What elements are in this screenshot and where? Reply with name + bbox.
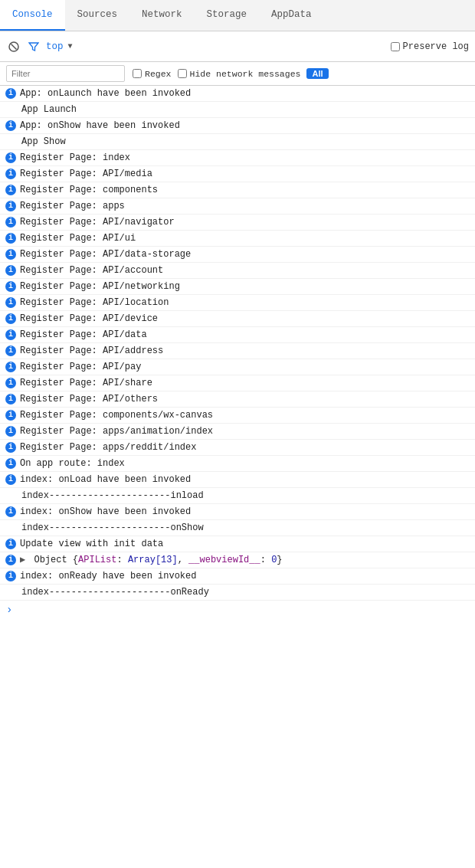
log-text: Register Page: API/others [20, 392, 158, 406]
log-text: index----------------------onShow [21, 521, 204, 535]
log-entry: iRegister Page: apps/animation/index [0, 424, 475, 440]
log-text: Register Page: components [20, 183, 158, 197]
tab-network[interactable]: Network [129, 0, 195, 31]
log-text: Register Page: API/device [20, 312, 158, 326]
log-entry: iRegister Page: API/ui [0, 231, 475, 247]
log-text: index----------------------inload [21, 489, 204, 503]
log-text: App Show [21, 135, 66, 149]
log-text: Register Page: API/data [20, 328, 147, 342]
log-entry: iRegister Page: apps/reddit/index [0, 440, 475, 456]
tab-bar: Console Sources Network Storage AppData [0, 0, 475, 31]
log-text: App: onShow have been invoked [20, 119, 180, 133]
log-entry: iRegister Page: API/data-storage [0, 247, 475, 263]
log-text: Register Page: API/address [20, 344, 163, 358]
log-text: Register Page: API/networking [20, 280, 180, 293]
log-entry: iApp: onLaunch have been invoked [0, 86, 475, 102]
info-icon: i [5, 505, 17, 519]
log-entry: iRegister Page: API/share [0, 375, 475, 391]
tab-console[interactable]: Console [0, 0, 65, 31]
info-icon: i [5, 183, 17, 197]
log-text: App Launch [21, 103, 77, 116]
info-icon: i [5, 87, 17, 100]
log-entry: index----------------------inload [0, 488, 475, 504]
info-icon: i [5, 328, 17, 342]
log-entry: App Show [0, 134, 475, 150]
prompt-line: › [0, 601, 475, 619]
log-entry: iRegister Page: apps [0, 198, 475, 215]
info-icon: i [5, 392, 17, 406]
info-icon: i [5, 119, 17, 133]
info-icon: i [5, 264, 17, 277]
info-icon: i [5, 424, 17, 438]
tab-sources[interactable]: Sources [65, 0, 130, 31]
info-icon: i [5, 376, 17, 390]
info-icon: i [5, 344, 17, 358]
clear-console-button[interactable] [6, 39, 21, 54]
log-entry: iRegister Page: API/device [0, 311, 475, 327]
log-text: Register Page: API/data-storage [20, 247, 191, 261]
info-icon: i [5, 441, 17, 454]
info-icon: i [5, 215, 17, 229]
log-text: Register Page: apps [20, 199, 125, 213]
log-text-object[interactable]: ▶ Object {APIList: Array[13], __webviewI… [20, 553, 283, 567]
log-text: Register Page: index [20, 151, 130, 165]
log-entry: iRegister Page: components/wx-canvas [0, 408, 475, 424]
log-text: Register Page: API/location [20, 296, 169, 310]
log-text: Register Page: API/pay [20, 360, 141, 374]
context-selector[interactable]: top ▼ [46, 41, 73, 52]
log-text: index: onShow have been invoked [20, 505, 191, 519]
log-entry: index----------------------onReady [0, 585, 475, 601]
log-entry: iRegister Page: API/account [0, 263, 475, 279]
log-text: Update view with init data [20, 537, 163, 551]
filter-button[interactable] [26, 39, 41, 54]
log-entry: iRegister Page: API/networking [0, 279, 475, 295]
log-text: Register Page: API/navigator [20, 215, 175, 229]
log-text: Register Page: components/wx-canvas [20, 408, 213, 422]
regex-checkbox[interactable] [133, 69, 142, 78]
info-icon: i [5, 408, 17, 422]
log-entry: iUpdate view with init data [0, 536, 475, 552]
dropdown-arrow-icon: ▼ [68, 42, 73, 51]
log-entry: iOn app route: index [0, 456, 475, 472]
log-entry: iRegister Page: API/location [0, 295, 475, 311]
info-icon: i [5, 312, 17, 326]
log-text: Register Page: API/ui [20, 231, 136, 245]
preserve-log-checkbox[interactable] [391, 42, 400, 51]
log-entry: iindex: onShow have been invoked [0, 504, 475, 520]
log-entry: index----------------------onShow [0, 520, 475, 536]
info-icon: i [5, 280, 17, 293]
info-icon: i [5, 296, 17, 310]
log-text: Register Page: API/share [20, 376, 152, 390]
prompt-arrow-icon: › [6, 604, 12, 616]
log-text: Register Page: apps/animation/index [20, 424, 213, 438]
tab-storage[interactable]: Storage [195, 0, 260, 31]
all-filter-button[interactable]: All [306, 68, 328, 79]
info-icon: i [5, 473, 17, 486]
log-entry: iindex: onReady have been invoked [0, 568, 475, 585]
info-icon: i [5, 537, 17, 551]
log-entry: iRegister Page: API/pay [0, 359, 475, 375]
info-icon: i [5, 231, 17, 245]
info-icon: i [5, 360, 17, 374]
info-icon: i [5, 151, 17, 165]
log-entry: iRegister Page: components [0, 182, 475, 198]
log-entry: iRegister Page: API/others [0, 391, 475, 408]
info-icon: i [5, 247, 17, 261]
log-text: index----------------------onReady [21, 585, 209, 599]
log-text: On app route: index [20, 457, 125, 470]
log-entry: iRegister Page: API/address [0, 343, 475, 359]
log-entry: iApp: onShow have been invoked [0, 118, 475, 134]
log-entry: iindex: onLoad have been invoked [0, 472, 475, 488]
info-icon: i [5, 199, 17, 213]
tab-appdata[interactable]: AppData [259, 0, 324, 31]
log-text: App: onLaunch have been invoked [20, 87, 191, 100]
log-entry: i▶ Object {APIList: Array[13], __webview… [0, 552, 475, 568]
log-text: Register Page: API/media [20, 167, 152, 181]
info-icon: i [5, 569, 17, 583]
hide-network-checkbox[interactable] [178, 69, 187, 78]
log-text: Register Page: apps/reddit/index [20, 441, 196, 454]
filter-input[interactable] [6, 65, 125, 82]
info-icon: i [5, 457, 17, 470]
log-area: iApp: onLaunch have been invokedApp Laun… [0, 86, 475, 601]
log-text: index: onLoad have been invoked [20, 473, 191, 486]
